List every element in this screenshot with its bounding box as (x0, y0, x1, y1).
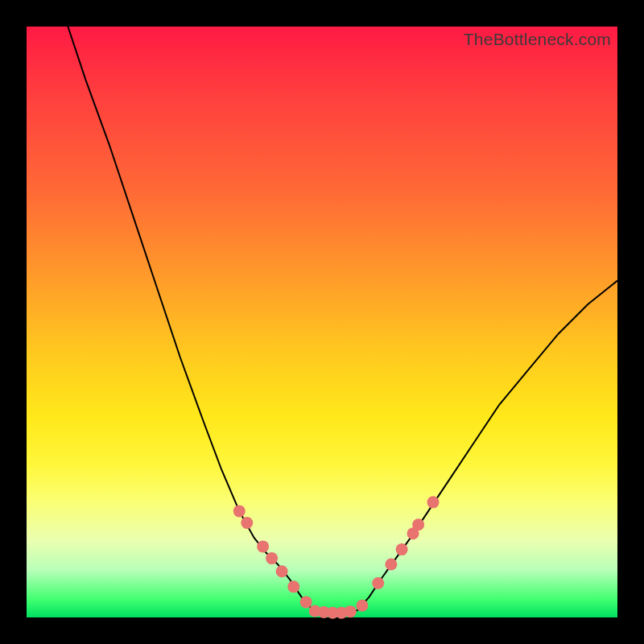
marker-dot (427, 496, 439, 508)
marker-dot (300, 596, 312, 608)
marker-dot (276, 565, 288, 577)
marker-dot (266, 552, 278, 564)
curve-line (68, 27, 617, 613)
marker-dot (257, 540, 269, 552)
marker-dot (396, 543, 408, 555)
marker-dot (356, 600, 368, 612)
marker-dot (241, 517, 253, 529)
marker-dot (412, 518, 424, 530)
marker-dot (345, 605, 357, 617)
chart-frame: TheBottleneck.com (0, 0, 644, 644)
marker-dots (233, 496, 440, 618)
marker-dot (287, 580, 299, 592)
marker-dot (372, 577, 384, 589)
plot-area: TheBottleneck.com (27, 27, 617, 617)
marker-dot (385, 558, 397, 570)
bottleneck-curve (27, 27, 617, 617)
marker-dot (233, 505, 246, 517)
